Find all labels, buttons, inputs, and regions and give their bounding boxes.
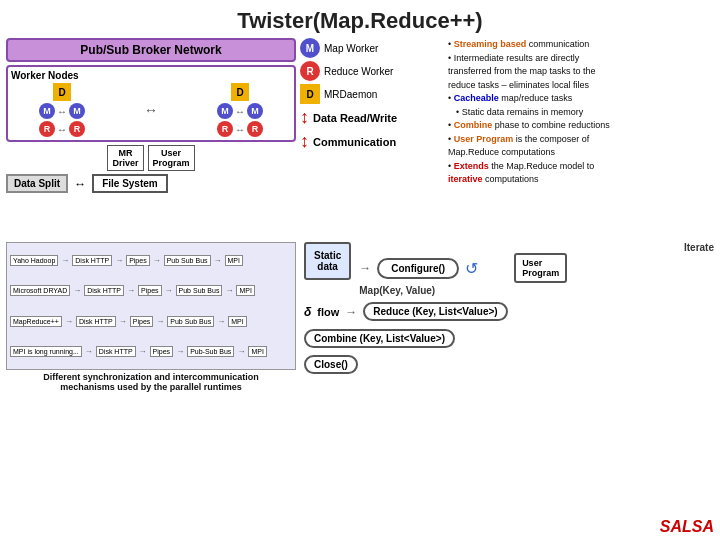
sync-diagram: Yaho Hadoop → Disk HTTP → Pipes → Pub Su… [6,242,296,370]
left-worker-section: Pub/Sub Broker Network Worker Nodes D M … [6,38,296,238]
user-program-box: UserProgram [148,145,195,171]
iter-right: Iterate → Configure() ↺ UserProgram Map(… [359,242,714,298]
r-circle-4: R [247,121,263,137]
page-title: Twister(Map.Reduce++) [0,0,720,38]
bullet-3: Cacheable map/reduce tasks• Static data … [448,92,610,119]
node-col-1: D M ↔ M R ↔ R [39,83,85,137]
node-col-2: D M ↔ M R ↔ R [217,83,263,137]
sync-row-1: Yaho Hadoop → Disk HTTP → Pipes → Pub Su… [10,255,292,266]
sync-framework-4: MPI is long running... [10,346,82,357]
sync-row-4: MPI is long running... → Disk HTTP → Pip… [10,346,292,357]
mr-driver-box: MRDriver [107,145,143,171]
salsa-badge: SALSA [660,518,714,536]
reduce-worker-icon: R [300,61,320,81]
delta-flow-line: δ flow → Reduce (Key, List<Value>) [304,302,714,321]
communication-row: ↕ Communication [300,131,440,152]
bullet-4: Combine phase to combine reductions [448,119,610,133]
map-worker-icon: M [300,38,320,58]
bullet-2: Intermediate results are directlytransfe… [448,52,610,93]
data-rw-arrow: ↕ [300,107,309,128]
combine-box: Combine (Key, List<Value>) [304,329,455,348]
bottom-half: Yaho Hadoop → Disk HTTP → Pipes → Pub Su… [0,242,720,392]
communication-arrow: ↕ [300,131,309,152]
bottom-right: Staticdata Iterate → Configure() ↺ UserP… [304,242,714,392]
data-rw-row: ↕ Data Read/Write [300,107,440,128]
nodes-container: D M ↔ M R ↔ R ↔ D [11,83,291,137]
dots-3: ↔ [235,106,245,117]
data-split-section: Data Split ↔ File System [6,174,296,193]
bullet-1: Streaming based communication [448,38,610,52]
close-box: Close() [304,355,358,374]
dots-4: ↔ [235,124,245,135]
iterate-label: Iterate [359,242,714,253]
broker-network-box: Pub/Sub Broker Network [6,38,296,62]
bullets-list: Streaming based communication Intermedia… [448,38,610,187]
sync-framework-1: Yaho Hadoop [10,255,58,266]
mrdaemon-icon: D [300,84,320,104]
close-row: Close() [304,354,714,374]
sync-row-3: MapReduce++ → Disk HTTP → Pipes → Pub Su… [10,316,292,327]
reduce-box: Reduce (Key, List<Value>) [363,302,507,321]
arrow-to-configure: → [359,261,371,275]
worker-outer: Worker Nodes D M ↔ M R ↔ R [6,65,296,142]
configure-box: Configure() [377,258,459,279]
worker-nodes-label: Worker Nodes [11,70,291,81]
d-box-2: D [231,83,249,101]
combine-row: Combine (Key, List<Value>) [304,327,714,350]
data-rw-label: Data Read/Write [313,112,397,124]
arrow-to-reduce: → [345,305,357,319]
r-circle-2: R [69,121,85,137]
m-circle-3: M [217,103,233,119]
bullet-5: User Program is the composer ofMap.Reduc… [448,133,610,160]
user-program-right: UserProgram [514,253,567,283]
m-circle-1: M [39,103,55,119]
legend-and-bullets: M Map Worker R Reduce Worker D MRDaemon … [300,38,714,187]
m-circle-4: M [247,103,263,119]
map-worker-label: Map Worker [324,43,378,54]
legend-map-worker: M Map Worker [300,38,440,58]
r-circle-3: R [217,121,233,137]
mr-user-row: MRDriver UserProgram [6,145,296,171]
sync-caption: Different synchronization and intercommu… [6,372,296,392]
split-dots: ↔ [74,177,86,191]
arrow-1: → [61,256,69,265]
bullet-6: Extends the Map.Reduce model toiterative… [448,160,610,187]
dots-2: ↔ [57,124,67,135]
legend-mrdaemon: D MRDaemon [300,84,440,104]
bullets-col: Streaming based communication Intermedia… [448,38,610,187]
sync-framework-2: Microsoft DRYAD [10,285,70,296]
bottom-left: Yaho Hadoop → Disk HTTP → Pipes → Pub Su… [6,242,296,392]
r-circle-1: R [39,121,55,137]
flow-label: flow [317,306,339,318]
communication-label: Communication [313,136,396,148]
legend-col: M Map Worker R Reduce Worker D MRDaemon … [300,38,440,187]
right-section: M Map Worker R Reduce Worker D MRDaemon … [300,38,714,238]
m-circle-2: M [69,103,85,119]
mrdaemon-label: MRDaemon [324,89,377,100]
sync-row-2: Microsoft DRYAD → Disk HTTP → Pipes → Pu… [10,285,292,296]
reduce-worker-label: Reduce Worker [324,66,393,77]
arrow-iter: ↺ [465,259,478,278]
map-key-value: Map(Key, Value) [359,285,714,296]
d-box-1: D [53,83,71,101]
static-data-box: Staticdata [304,242,351,280]
data-split-box: Data Split [6,174,68,193]
iter-top: Staticdata Iterate → Configure() ↺ UserP… [304,242,714,298]
file-system-box: File System [92,174,168,193]
delta-symbol: δ [304,305,311,319]
sync-framework-3: MapReduce++ [10,316,62,327]
legend-reduce-worker: R Reduce Worker [300,61,440,81]
dots-1: ↔ [57,106,67,117]
